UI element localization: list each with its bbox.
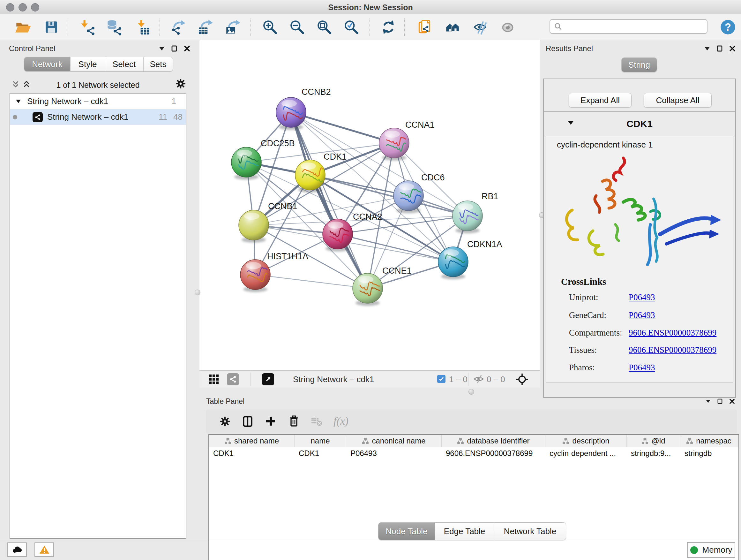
network-graph[interactable]: CCNB2CCNA1CDC25BCDK1CDC6RB1CCNB1CCNA2CDK…: [199, 40, 540, 370]
open-file-icon[interactable]: [13, 18, 32, 37]
string-view-icon[interactable]: [227, 373, 239, 385]
network-row-selected[interactable]: String Network – cdk1 11 48: [10, 109, 186, 125]
export-table-icon[interactable]: [195, 18, 215, 37]
tab-style[interactable]: Style: [71, 57, 105, 71]
control-panel-title: Control Panel: [9, 44, 55, 53]
cell-shared-name: CDK1: [209, 447, 294, 459]
selected-nodes-checkbox[interactable]: [437, 375, 446, 383]
first-neighbors-icon[interactable]: [443, 18, 462, 37]
crosslink-tissues-link[interactable]: 9606.ENSP00000378699: [629, 345, 717, 355]
refresh-icon[interactable]: [379, 18, 398, 37]
crosslink-label: Uniprot:: [569, 293, 598, 302]
gene-section-header[interactable]: CDK1: [544, 112, 735, 136]
show-all-icon[interactable]: [498, 18, 518, 37]
float-panel-icon[interactable]: [717, 45, 723, 52]
table-panel-tabs: Node Table Edge Table Network Table: [378, 522, 566, 540]
zoom-out-icon[interactable]: [287, 18, 307, 37]
network-node-CCNA1[interactable]: CCNA1: [379, 120, 434, 161]
panel-menu-icon[interactable]: [706, 400, 711, 403]
import-network-icon[interactable]: [77, 18, 97, 37]
birds-eye-view-icon[interactable]: [516, 373, 528, 387]
column-type-icon: [362, 437, 369, 444]
column-header-namespace[interactable]: namespac: [680, 435, 737, 447]
network-node-CDK1[interactable]: CDK1: [295, 152, 347, 192]
import-database-icon[interactable]: [104, 18, 124, 37]
network-node-HIST1H1A[interactable]: HIST1H1A: [240, 252, 308, 292]
network-node-RB1[interactable]: RB1: [453, 192, 498, 233]
network-node-CCNE1[interactable]: CCNE1: [353, 266, 412, 306]
import-table-icon[interactable]: [133, 18, 153, 37]
bottom-splitter-handle[interactable]: [468, 389, 474, 395]
network-edge-HIST1H1A-CCNE1[interactable]: [255, 274, 367, 288]
cloud-status-button[interactable]: [7, 543, 27, 557]
crosslink-compartments-link[interactable]: 9606.ENSP00000378699: [629, 328, 717, 338]
network-edge-CCNB2-CCNA1[interactable]: [291, 112, 394, 143]
close-panel-icon[interactable]: [184, 46, 190, 51]
column-header-description[interactable]: description: [545, 435, 627, 447]
toolbar-divider: [404, 18, 405, 36]
help-icon[interactable]: ?: [718, 18, 738, 37]
table-gear-icon[interactable]: [220, 416, 230, 428]
zoom-selected-icon[interactable]: [341, 18, 361, 37]
create-column-icon[interactable]: [265, 416, 276, 428]
float-panel-icon[interactable]: [172, 45, 177, 52]
delete-column-trash-icon[interactable]: [288, 415, 300, 428]
protein-structure-image: [555, 151, 726, 275]
collection-count: 1: [172, 97, 176, 106]
network-collection-row[interactable]: String Network – cdk1 1: [10, 94, 186, 109]
collapse-all-button[interactable]: Collapse All: [644, 93, 712, 108]
save-session-icon[interactable]: [42, 18, 61, 37]
tab-network[interactable]: Network: [24, 57, 71, 71]
close-panel-icon[interactable]: [730, 46, 735, 51]
crosslink-uniprot-link[interactable]: P06493: [629, 293, 655, 302]
tab-string[interactable]: String: [622, 58, 657, 72]
hide-selected-icon[interactable]: [470, 18, 490, 37]
panel-menu-icon[interactable]: [159, 47, 164, 51]
close-panel-icon[interactable]: [730, 399, 735, 404]
column-type-icon: [686, 437, 693, 444]
column-header-database-identifier[interactable]: database identifier: [442, 435, 545, 447]
column-header-canonical-name[interactable]: canonical name: [346, 435, 442, 447]
network-options-gear-icon[interactable]: [176, 78, 186, 90]
panel-menu-icon[interactable]: [704, 47, 710, 51]
grid-view-icon[interactable]: [208, 374, 219, 386]
expand-all-button[interactable]: Expand All: [569, 93, 631, 108]
toolbar-divider: [251, 18, 251, 36]
tab-sets[interactable]: Sets: [144, 57, 173, 71]
network-canvas[interactable]: CCNB2CCNA1CDC25BCDK1CDC6RB1CCNB1CCNA2CDK…: [199, 40, 540, 370]
crosslink-genecard-link[interactable]: P06493: [629, 310, 655, 320]
memory-button[interactable]: Memory: [687, 542, 735, 558]
zoom-fit-icon[interactable]: [314, 18, 334, 37]
zoom-in-icon[interactable]: [260, 18, 280, 37]
main-toolbar: ?: [0, 14, 741, 40]
cell-id: stringdb:9...: [627, 447, 680, 459]
tab-select[interactable]: Select: [105, 57, 144, 71]
column-header-name[interactable]: name: [294, 435, 346, 447]
export-image-icon[interactable]: [223, 18, 243, 37]
column-header-id[interactable]: @id: [627, 435, 680, 447]
new-network-from-selection-icon[interactable]: [415, 18, 434, 37]
show-columns-icon[interactable]: [242, 416, 253, 428]
column-header-shared-name[interactable]: shared name: [209, 435, 294, 447]
network-node-CDKN1A[interactable]: CDKN1A: [438, 240, 502, 279]
open-in-window-icon[interactable]: [262, 373, 274, 385]
view-network-name: String Network – cdk1: [293, 374, 374, 384]
export-network-icon[interactable]: [169, 18, 188, 37]
warnings-button[interactable]: [35, 543, 54, 557]
column-type-icon: [457, 437, 464, 444]
float-panel-icon[interactable]: [718, 398, 723, 404]
tab-edge-table[interactable]: Edge Table: [435, 523, 494, 540]
tab-node-table[interactable]: Node Table: [379, 523, 435, 540]
crosslink-pharos-link[interactable]: P06493: [629, 363, 655, 373]
network-node-CCNB1[interactable]: CCNB1: [239, 201, 297, 243]
network-edge-CCNA2-CDKN1A[interactable]: [338, 234, 453, 262]
results-panel-title: Results Panel: [546, 44, 593, 53]
search-input[interactable]: [562, 22, 701, 31]
network-edge-CCNB2-CCNE1[interactable]: [291, 112, 367, 288]
network-node-CDC25B[interactable]: CDC25B: [231, 138, 295, 180]
collection-expand-icon[interactable]: [16, 100, 21, 103]
table-row[interactable]: CDK1 CDK1 P06493 9606.ENSP00000378699 cy…: [209, 447, 738, 459]
cell-name: CDK1: [294, 447, 346, 459]
tab-network-table[interactable]: Network Table: [494, 523, 566, 540]
left-splitter-handle[interactable]: [195, 290, 200, 295]
